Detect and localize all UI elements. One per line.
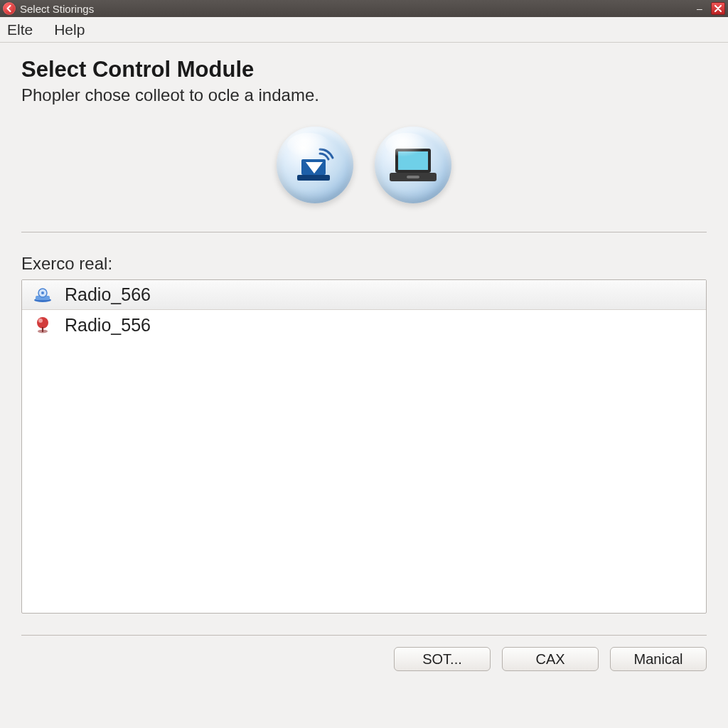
sot-button[interactable]: SOT... [394, 647, 491, 671]
module-option-wireless[interactable] [277, 127, 353, 203]
svg-point-12 [37, 317, 48, 328]
menubar: Elte Help [0, 17, 728, 43]
separator-bottom [21, 635, 707, 636]
titlebar: Select Stiorings – [0, 0, 728, 17]
manical-button[interactable]: Manical [610, 647, 707, 671]
content-area: Select Control Module Phopler chose coll… [0, 43, 728, 636]
back-icon[interactable] [3, 2, 16, 15]
minimize-button[interactable]: – [692, 2, 707, 15]
window-title: Select Stiorings [20, 3, 688, 15]
module-icon-row [21, 127, 707, 203]
svg-rect-4 [398, 151, 428, 170]
list-label: Exerco real: [21, 254, 707, 274]
svg-rect-6 [407, 176, 419, 178]
laptop-icon [385, 144, 441, 186]
laptop-wireless-icon [291, 145, 338, 185]
separator-top [21, 232, 707, 232]
module-option-laptop[interactable] [375, 127, 451, 203]
svg-rect-2 [297, 175, 330, 181]
svg-point-10 [41, 291, 44, 294]
list-item[interactable]: Radio_566 [22, 280, 706, 310]
device-blue-icon [32, 286, 53, 304]
close-button[interactable] [711, 2, 725, 15]
menu-item-elte[interactable]: Elte [7, 21, 33, 38]
pin-red-icon [32, 316, 53, 334]
footer-button-row: SOT... CAX Manical [0, 647, 728, 677]
page-subtitle: Phopler chose colleot to ocle a indame. [21, 85, 707, 105]
cax-button[interactable]: CAX [502, 647, 599, 671]
menu-item-help[interactable]: Help [54, 21, 85, 38]
device-listbox[interactable]: Radio_566 Radio_556 [21, 279, 707, 614]
page-title: Select Control Module [21, 57, 707, 82]
list-item[interactable]: Radio_556 [22, 310, 706, 340]
svg-rect-14 [42, 327, 43, 332]
svg-point-13 [38, 318, 43, 323]
list-item-label: Radio_556 [65, 315, 151, 336]
list-item-label: Radio_566 [65, 284, 151, 305]
